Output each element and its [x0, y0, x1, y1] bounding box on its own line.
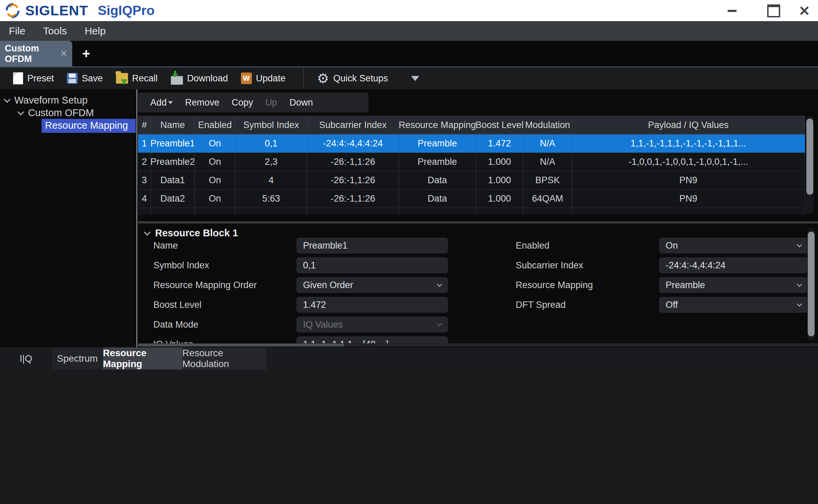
- table-cell: -1,0,0,1,-1,0,0,1,-1,0,0,1,-1,...: [572, 153, 805, 171]
- table-cell: 1.000: [476, 190, 524, 208]
- tab-custom-ofdm[interactable]: Custom OFDM ✕: [0, 41, 72, 66]
- view-tab-spectrum[interactable]: Spectrum: [52, 347, 103, 369]
- table-cell: -24:4:-4,4:4:24: [307, 135, 399, 153]
- tree-item-resource-mapping[interactable]: Resource Mapping: [42, 119, 136, 133]
- toolbar-separator: [303, 69, 304, 88]
- form-row-iq-values: IQ Values: [153, 336, 193, 343]
- chevron-down-icon[interactable]: [17, 109, 24, 115]
- table-cell: 1: [138, 135, 151, 153]
- menu-item-tools[interactable]: Tools: [34, 25, 76, 37]
- tab-close-icon[interactable]: ✕: [60, 48, 67, 59]
- table-vertical-scrollbar[interactable]: [806, 116, 814, 214]
- table-cell: On: [195, 190, 236, 208]
- tree-item-custom-ofdm[interactable]: Custom OFDM: [18, 107, 94, 119]
- form-row-subcarrier-index: Subcarrier Index: [516, 257, 583, 273]
- toolbar-button-recall[interactable]: Recall: [116, 73, 158, 84]
- field-dropdown-dft-spread[interactable]: Off: [659, 297, 808, 313]
- document-tab-bar: Custom OFDM ✕ +: [0, 41, 818, 67]
- table-row[interactable]: 4Data2On5:63-26:-1,1:26Data1.00064QAMPN9: [138, 190, 805, 208]
- table-toolbar-down-button[interactable]: Down: [289, 97, 313, 108]
- form-row-enabled: Enabled: [516, 238, 549, 253]
- menu-item-help[interactable]: Help: [76, 25, 115, 37]
- table-cell: Preamble: [399, 153, 476, 171]
- field-value: Given Order: [303, 280, 353, 290]
- toolbar-button-preset[interactable]: Preset: [13, 72, 54, 84]
- form-row-symbol-index: Symbol Index: [153, 257, 209, 273]
- tree-item-label: Resource Mapping: [42, 119, 136, 133]
- column-header-symbol-index: Symbol Index: [236, 116, 307, 135]
- table-cell: [572, 208, 805, 215]
- field-input-symbol-index[interactable]: 0,1: [297, 257, 448, 273]
- form-hscroll-thumb[interactable]: [138, 344, 344, 346]
- chevron-down-icon: [797, 301, 802, 306]
- table-row[interactable]: 2Preamble2On2,3-26:-1,1:26Preamble1.000N…: [138, 153, 805, 171]
- field-label: Name: [153, 240, 178, 251]
- view-tab-resource-mapping[interactable]: Resource Mapping: [103, 347, 182, 369]
- main-toolbar: PresetSaveRecallDownloadWUpdate⚙Quick Se…: [0, 67, 818, 89]
- resource-mapping-table: #NameEnabledSymbol IndexSubcarrier Index…: [138, 116, 805, 215]
- field-input-iq-values[interactable]: 1,1,-1,-1,1,1... [48 ...]: [297, 336, 448, 343]
- table-cell: Preamble: [399, 135, 476, 153]
- minimize-button[interactable]: [725, 4, 739, 18]
- column-header-modulation: Modulation: [524, 116, 572, 135]
- table-cell: 5:63: [236, 190, 307, 208]
- field-input-name[interactable]: Preamble1: [297, 238, 448, 253]
- toolbar-button-save[interactable]: Save: [67, 73, 103, 84]
- table-toolbar-remove-button[interactable]: Remove: [185, 97, 219, 108]
- field-dropdown-enabled[interactable]: On: [659, 238, 808, 253]
- tree-item-waveform-setup[interactable]: Waveform Setup: [5, 95, 88, 106]
- form-vertical-scrollbar[interactable]: [807, 227, 815, 341]
- field-label: Boost Level: [153, 300, 201, 310]
- preset-document-icon: [13, 72, 23, 84]
- close-button[interactable]: ✕: [798, 4, 811, 18]
- table-cell: Data: [399, 190, 476, 208]
- chevron-down-icon[interactable]: [411, 76, 419, 81]
- quick-setups-button[interactable]: ⚙Quick Setups: [317, 72, 419, 85]
- table-cell: [476, 208, 524, 215]
- resource-block-form: Resource Block 1 NamePreamble1Symbol Ind…: [138, 225, 818, 343]
- column-header--: #: [138, 116, 151, 135]
- siglent-swirl-icon: [5, 3, 20, 18]
- table-scroll-thumb[interactable]: [806, 119, 813, 195]
- column-header-payload-iq-values: Payload / IQ Values: [572, 116, 805, 135]
- add-tab-button[interactable]: +: [78, 45, 95, 62]
- table-toolbar-add-button[interactable]: Add: [150, 97, 173, 108]
- field-label: Enabled: [516, 240, 549, 251]
- table-header-row: #NameEnabledSymbol IndexSubcarrier Index…: [138, 116, 805, 135]
- recall-folder-icon: [116, 73, 128, 84]
- table-cell: Preamble1: [151, 135, 195, 153]
- table-toolbar-copy-button[interactable]: Copy: [232, 97, 253, 108]
- toolbar-button-download[interactable]: Download: [171, 73, 228, 84]
- form-section-header[interactable]: Resource Block 1: [145, 227, 238, 239]
- table-cell: BPSK: [524, 171, 572, 190]
- field-dropdown-resource-mapping-order[interactable]: Given Order: [297, 277, 448, 293]
- field-input-boost-level[interactable]: 1.472: [297, 297, 448, 313]
- field-value: Off: [666, 300, 678, 310]
- table-cell: [138, 208, 151, 215]
- table-row[interactable]: 1Preamble1On0,1-24:4:-4,4:4:24Preamble1.…: [138, 135, 805, 153]
- field-input-subcarrier-index[interactable]: -24:4:-4,4:4:24: [659, 257, 808, 273]
- field-value: Preamble: [666, 280, 705, 290]
- chevron-down-icon[interactable]: [4, 96, 11, 103]
- quick-setups-label: Quick Setups: [333, 73, 388, 84]
- app-name: SigIQPro: [98, 3, 155, 18]
- form-horizontal-scrollbar[interactable]: [138, 343, 818, 347]
- table-toolbar-label: Add: [150, 97, 167, 108]
- field-label: IQ Values: [153, 339, 193, 344]
- table-row[interactable]: 3Data1On4-26:-1,1:26Data1.000BPSKPN9: [138, 171, 805, 190]
- form-row-resource-mapping-order: Resource Mapping Order: [153, 277, 257, 293]
- field-dropdown-resource-mapping[interactable]: Preamble: [659, 277, 808, 293]
- view-tab-i-q[interactable]: I|Q: [0, 347, 52, 369]
- table-toolbar-label: Up: [266, 97, 277, 108]
- gear-icon: ⚙: [317, 72, 329, 85]
- table-toolbar-label: Down: [289, 97, 313, 108]
- maximize-button[interactable]: [767, 4, 781, 18]
- table-cell: [399, 208, 476, 215]
- chevron-down-icon: [437, 321, 442, 326]
- toolbar-button-update[interactable]: WUpdate: [241, 73, 286, 84]
- table-cell: On: [195, 153, 236, 171]
- menu-item-file[interactable]: File: [0, 25, 34, 37]
- form-scroll-thumb[interactable]: [808, 232, 815, 336]
- field-value: Preamble1: [303, 240, 348, 251]
- view-tab-resource-modulation[interactable]: Resource Modulation: [182, 347, 266, 369]
